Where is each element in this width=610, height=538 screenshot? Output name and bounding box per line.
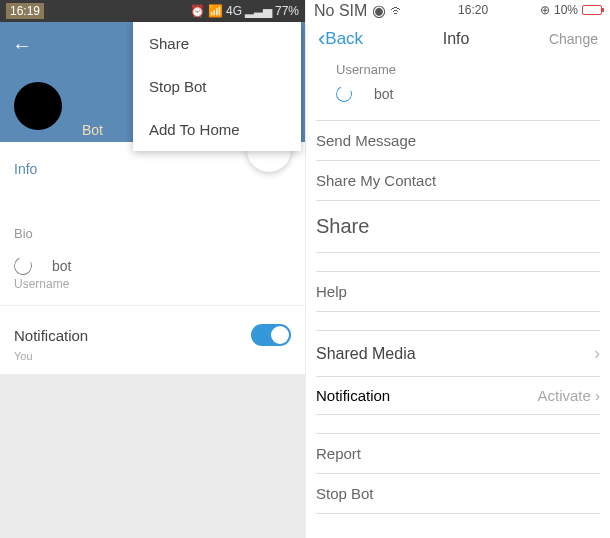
right-screen: No SIM ◉ ᯤ 16:20 ⊕ 10% ‹ Back Info Chang… <box>305 0 610 538</box>
network-label: 4G <box>226 4 242 18</box>
notification-sublabel: You <box>0 350 305 362</box>
menu-stop-bot[interactable]: Stop Bot <box>133 65 301 108</box>
divider <box>316 513 600 514</box>
battery-status: ⊕ 10% <box>540 3 602 17</box>
status-time: 16:19 <box>6 3 44 19</box>
battery-pct: 10% <box>554 3 578 17</box>
status-time: 16:20 <box>458 3 488 17</box>
empty-area <box>0 374 305 538</box>
section-gap <box>306 312 610 330</box>
back-arrow-icon[interactable]: ← <box>12 34 32 57</box>
username-row[interactable]: bot <box>0 247 305 277</box>
bot-badge: Bot <box>82 122 103 138</box>
overflow-menu: Share Stop Bot Add To Home <box>133 22 301 151</box>
signal-bars-icon: ▂▃▅ <box>245 4 272 18</box>
at-icon <box>334 84 355 105</box>
bio-label: Bio <box>0 186 305 247</box>
username-caption: Username <box>336 62 396 77</box>
username-value: bot <box>374 86 393 102</box>
activate-label: Activate › <box>537 387 600 404</box>
status-bar: 16:19 ⏰ 📶 4G ▂▃▅ 77% <box>0 0 305 22</box>
menu-help[interactable]: Help <box>306 272 610 311</box>
section-gap <box>306 253 610 271</box>
signal-icon: 📶 <box>208 4 223 18</box>
menu-shared-media[interactable]: Shared Media › <box>306 331 610 376</box>
username-value: bot <box>52 258 71 274</box>
notification-row[interactable]: Notification <box>0 320 305 350</box>
username-row[interactable]: bot <box>306 80 610 120</box>
page-title: Info <box>443 30 470 48</box>
avatar[interactable] <box>14 82 62 130</box>
menu-share[interactable]: Share <box>133 22 301 65</box>
status-bar: No SIM ◉ ᯤ 16:20 ⊕ 10% <box>306 0 610 20</box>
at-icon <box>11 254 34 277</box>
chevron-left-icon: ‹ <box>318 26 325 52</box>
back-label: Back <box>325 29 363 49</box>
no-sim-label: No SIM ◉ ᯤ <box>314 1 406 20</box>
info-heading: Info <box>14 161 37 177</box>
back-button[interactable]: ‹ Back <box>318 26 363 52</box>
menu-report[interactable]: Report <box>306 434 610 473</box>
chevron-right-icon: › <box>594 343 600 364</box>
menu-share[interactable]: Share <box>306 201 610 252</box>
battery-icon <box>582 5 602 15</box>
change-button[interactable]: Change <box>549 31 598 47</box>
battery-pct: 77% <box>275 4 299 18</box>
wifi-icon: ◉ ᯤ <box>372 2 406 19</box>
username-section: Username <box>306 58 610 80</box>
username-caption: Username <box>0 277 305 291</box>
menu-send-message[interactable]: Send Message <box>306 121 610 160</box>
notification-label: Notification <box>14 327 88 344</box>
menu-notification[interactable]: Notification Activate › <box>306 377 610 414</box>
divider <box>0 305 305 306</box>
notification-label: Notification <box>316 387 390 404</box>
menu-add-home[interactable]: Add To Home <box>133 108 301 151</box>
nav-header: ‹ Back Info Change <box>306 20 610 58</box>
alarm-icon: ⏰ <box>190 4 205 18</box>
chevron-right-icon: › <box>595 387 600 404</box>
menu-stop-bot[interactable]: Stop Bot <box>306 474 610 513</box>
section-gap <box>306 415 610 433</box>
status-indicators: ⏰ 📶 4G ▂▃▅ 77% <box>190 4 299 18</box>
shared-media-label: Shared Media <box>316 345 416 363</box>
orientation-lock-icon: ⊕ <box>540 3 550 17</box>
left-screen: 16:19 ⏰ 📶 4G ▂▃▅ 77% ← Bot Share Stop Bo… <box>0 0 305 538</box>
notification-toggle[interactable] <box>251 324 291 346</box>
menu-share-contact[interactable]: Share My Contact <box>306 161 610 200</box>
